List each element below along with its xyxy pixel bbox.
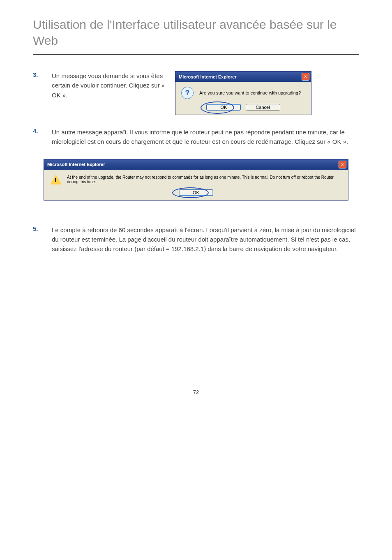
step-5-row: 5. Le compte à rebours de 60 secondes ap…	[33, 225, 359, 254]
dialog-message: Are you sure you want to continue with u…	[199, 90, 305, 95]
dialog-titlebar: Microsoft Internet Explorer ×	[44, 159, 348, 170]
dialog-message: At the end of the upgrade, the Router ma…	[67, 175, 342, 184]
ok-button[interactable]: OK	[179, 189, 213, 196]
step-4-row: 4. Un autre message apparaît. Il vous in…	[33, 127, 359, 147]
dialog-title: Microsoft Internet Explorer	[47, 162, 105, 167]
step-number: 3.	[33, 71, 44, 78]
step-3-row: 3. Un message vous demande si vous êtes …	[33, 71, 359, 115]
dialog-body: At the end of the upgrade, the Router ma…	[44, 170, 348, 200]
section-divider	[33, 54, 359, 55]
ok-button[interactable]: OK	[206, 104, 241, 111]
dialog-titlebar: Microsoft Internet Explorer ×	[175, 71, 311, 82]
page-number: 72	[0, 266, 392, 408]
cancel-button[interactable]: Cancel	[246, 104, 280, 111]
close-icon[interactable]: ×	[339, 161, 346, 168]
dialog-confirm-upgrade: Microsoft Internet Explorer × ? Are you …	[175, 71, 311, 115]
section-title: Utilisation de l'Interface utilisateur a…	[33, 16, 359, 48]
step-number: 4.	[33, 127, 44, 134]
dialog-upgrade-wait: Microsoft Internet Explorer × At the end…	[44, 159, 348, 200]
dialog-title: Microsoft Internet Explorer	[179, 74, 237, 79]
step-number: 5.	[33, 225, 44, 232]
question-icon: ?	[181, 87, 194, 99]
step-5-text: Le compte à rebours de 60 secondes appar…	[52, 225, 359, 254]
step-3-text: Un message vous demande si vous êtes cer…	[52, 71, 167, 100]
dialog-body: ? Are you sure you want to continue with…	[175, 82, 311, 115]
warning-icon	[50, 175, 62, 184]
step-4-text: Un autre message apparaît. Il vous infor…	[52, 127, 359, 147]
close-icon[interactable]: ×	[302, 73, 309, 81]
